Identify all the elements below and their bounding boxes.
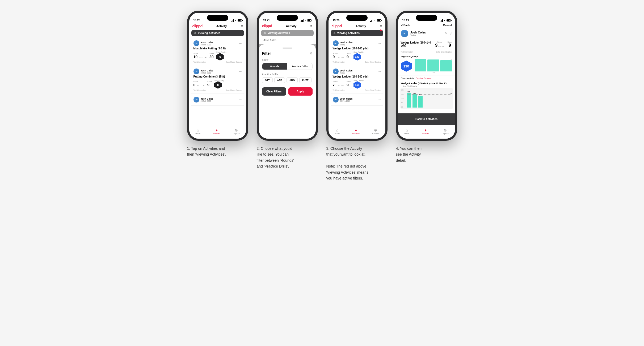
avg-chart-row-4: 130 130 APP bbox=[401, 59, 452, 74]
back-btn-4[interactable]: < Back bbox=[401, 24, 410, 27]
apply-btn-2[interactable]: Apply bbox=[288, 87, 313, 96]
phone-4: 13:21 ▲ < Back Cancel JC bbox=[396, 11, 457, 141]
tab-activities-label-4: Activities bbox=[422, 133, 430, 134]
caption-3: 3. Choose the Activitythat you want to l… bbox=[326, 146, 388, 181]
activity-card-1-2[interactable]: JC Josh Coles 28 Feb 2023 ··· Putting Co… bbox=[191, 66, 244, 93]
dots-3-1[interactable]: ··· bbox=[378, 41, 381, 45]
avg-line-label-4: 124 bbox=[449, 93, 452, 94]
viewing-banner-3[interactable]: ⚙ Viewing Activities bbox=[331, 30, 383, 36]
capture-icon-4: ⊕ bbox=[444, 128, 447, 132]
tab-capture-1[interactable]: ⊕ Capture bbox=[233, 128, 240, 134]
avatar-1-1: JC bbox=[193, 40, 199, 46]
expand-icon-4[interactable]: ⤢ bbox=[450, 32, 452, 35]
tab-bar-3: ⌂ Home ♦ Activities ⊕ Capture bbox=[329, 125, 385, 139]
filter-sheet-2: Filter ✕ Show Rounds Practice Drills Pra… bbox=[259, 44, 316, 139]
banner-text-1: Viewing Activities bbox=[198, 32, 220, 35]
edit-icon-4[interactable]: ✎ bbox=[445, 32, 448, 35]
drill-buttons-2: OTT APP ARG PUTT bbox=[262, 77, 313, 83]
bar-3-4 bbox=[440, 60, 452, 71]
tab-activities-4[interactable]: ♦ Activities bbox=[422, 128, 430, 134]
screen-content-3: JC Josh Coles Today ··· Wedge Ladder (10… bbox=[329, 37, 385, 125]
wifi-4: ▲ bbox=[444, 19, 446, 22]
activity-card-1-3[interactable]: JC Josh Coles 28 Feb 2023 ··· bbox=[191, 95, 244, 106]
dots-1-2[interactable]: ··· bbox=[239, 70, 242, 73]
drill-app-2[interactable]: APP bbox=[274, 77, 285, 83]
detail-score-4: 9 bbox=[435, 43, 437, 48]
tab-home-4[interactable]: ⌂ Home bbox=[404, 128, 409, 134]
activities-icon-3: ♦ bbox=[355, 128, 357, 132]
avatar-3-3: JC bbox=[333, 97, 339, 102]
menu-icon-3[interactable]: ≡ bbox=[380, 24, 382, 28]
detail-bar-chart-4: 1401201008060 132 129 124 bbox=[400, 88, 453, 109]
filter-actions-2: Clear Filters Apply bbox=[262, 87, 313, 96]
clear-filters-btn-2[interactable]: Clear Filters bbox=[262, 87, 286, 96]
practice-drills-btn-2[interactable]: Practice Drills bbox=[287, 63, 312, 70]
viewing-banner-1[interactable]: ⚙ Viewing Activities bbox=[191, 30, 244, 36]
tab-activities-3[interactable]: ♦ Activities bbox=[352, 128, 360, 134]
home-icon-1: ⌂ bbox=[197, 128, 199, 132]
filter-handle-2 bbox=[283, 48, 292, 49]
phone-3-column: 13:20 ▲ clippd Activity ≡ bbox=[326, 11, 388, 181]
activity-card-3-3[interactable]: JC Josh Coles 28 Feb 2023 ··· bbox=[331, 95, 383, 106]
avatar-3-1: JC bbox=[333, 40, 339, 46]
battery-3 bbox=[377, 19, 381, 22]
user-name-1-2: Josh Coles bbox=[201, 69, 213, 72]
activity-name-1-1: Must Make Putting (3-6 ft) bbox=[193, 47, 242, 50]
test-info-row-4: Test Information Data: Clippd Capture bbox=[398, 50, 455, 54]
tab-capture-4[interactable]: ⊕ Capture bbox=[442, 128, 449, 134]
menu-icon-1[interactable]: ≡ bbox=[241, 24, 243, 28]
sq-badge-1-2: 45 bbox=[214, 81, 222, 89]
settings-icon-3: ⚙ bbox=[333, 32, 336, 35]
phone-2: 13:21 ▲ clippd Activity ≡ bbox=[257, 11, 318, 141]
dots-3-3[interactable]: ··· bbox=[378, 98, 381, 101]
chart-y-axis-4: 1401201008060 bbox=[401, 88, 404, 109]
logo-1: clippd bbox=[192, 24, 203, 28]
back-to-activities-btn-4[interactable]: Back to Activities bbox=[401, 116, 452, 123]
user-name-1-3: Josh Coles bbox=[201, 97, 213, 100]
user-name-3-1: Josh Coles bbox=[340, 41, 353, 44]
viewing-banner-2: ⚙ Viewing Activities bbox=[261, 30, 314, 36]
phone-4-screen: 13:21 ▲ < Back Cancel JC bbox=[398, 13, 455, 139]
activity-card-3-1[interactable]: JC Josh Coles Today ··· Wedge Ladder (10… bbox=[331, 38, 383, 65]
tab-home-3[interactable]: ⌂ Home bbox=[335, 128, 340, 134]
phone-1-screen: 13:20 ▲ clippd Activity ≡ bbox=[189, 13, 246, 139]
dots-3-2[interactable]: ··· bbox=[378, 70, 381, 73]
drill-arg-2[interactable]: ARG bbox=[287, 77, 298, 83]
filter-close-2[interactable]: ✕ bbox=[309, 51, 313, 55]
detail-stat-box-4: Wedge Ladder (100–140 yds) Score 9 OUT O… bbox=[398, 39, 455, 50]
tab-home-1[interactable]: ⌂ Home bbox=[195, 128, 200, 134]
tab-activities-1[interactable]: ♦ Activities bbox=[213, 128, 221, 134]
status-bar-1: 13:20 ▲ bbox=[189, 13, 246, 23]
banner-text-2: Viewing Activities bbox=[268, 32, 290, 35]
drill-ott-2[interactable]: OTT bbox=[262, 77, 273, 83]
bar-2-4 bbox=[427, 59, 439, 71]
settings-icon-2: ⚙ bbox=[264, 32, 266, 35]
tab-capture-3[interactable]: ⊕ Capture bbox=[372, 128, 379, 134]
menu-icon-2[interactable]: ≡ bbox=[310, 24, 312, 28]
show-section-label-2: Show bbox=[262, 59, 313, 61]
tab-home-label-1: Home bbox=[195, 133, 200, 134]
user-name-1-1: Josh Coles bbox=[201, 41, 213, 44]
signal-3 bbox=[370, 19, 373, 22]
big-hex-4: 130 bbox=[401, 61, 412, 72]
wifi-3: ▲ bbox=[374, 19, 376, 22]
activity-card-3-2[interactable]: JC Josh Coles Today ··· Wedge Ladder (10… bbox=[331, 66, 383, 93]
tab-capture-label-3: Capture bbox=[372, 133, 379, 134]
signal-4 bbox=[440, 19, 443, 22]
drill-putt-2[interactable]: PUTT bbox=[299, 77, 312, 83]
cancel-btn-4[interactable]: Cancel bbox=[443, 24, 452, 27]
activity-card-1-1[interactable]: JC Josh Coles 28 Feb 2023 ··· Must Make … bbox=[191, 38, 244, 65]
nav-bar-2: clippd Activity ≡ bbox=[259, 23, 316, 29]
dots-1-3[interactable]: ··· bbox=[239, 98, 242, 101]
dots-1-1[interactable]: ··· bbox=[239, 41, 242, 45]
avg-label-4: Avg Shot Quality bbox=[401, 55, 452, 58]
user-name-3-2: Josh Coles bbox=[340, 69, 353, 72]
tab-capture-label-1: Capture bbox=[233, 133, 240, 134]
user-date-3-1: Today bbox=[340, 44, 353, 46]
status-bar-2: 13:21 ▲ bbox=[259, 13, 316, 23]
wedge-subtitle-4: ···· Avg Shot Quality bbox=[398, 85, 455, 88]
tab-bar-4: ⌂ Home ♦ Activities ⊕ Capture bbox=[398, 125, 455, 139]
bar-1-4 bbox=[415, 59, 426, 71]
rounds-btn-2[interactable]: Rounds bbox=[262, 63, 287, 70]
avatar-4: JC bbox=[401, 30, 408, 37]
